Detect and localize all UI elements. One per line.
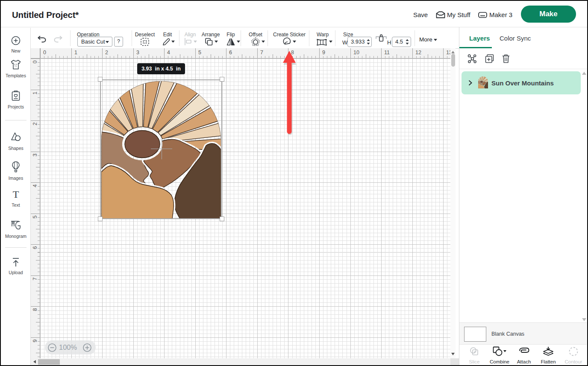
svg-text:T: T bbox=[13, 190, 19, 199]
